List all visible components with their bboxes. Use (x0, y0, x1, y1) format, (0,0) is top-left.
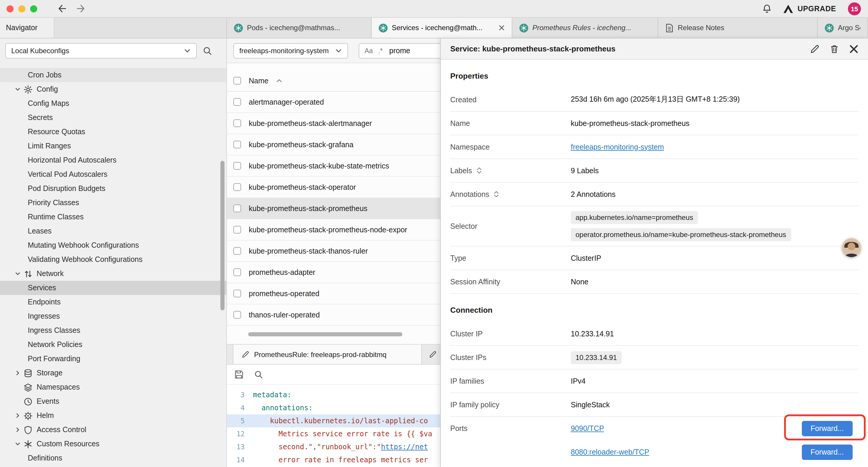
row-checkbox[interactable] (234, 183, 241, 191)
sidebar-item-leases[interactable]: Leases (0, 224, 226, 238)
sidebar-item-network[interactable]: Network (0, 267, 226, 281)
namespace-selector[interactable]: freeleaps-monitoring-system (234, 43, 348, 58)
sidebar-search-icon[interactable] (203, 46, 212, 56)
labels-count[interactable]: 9 Labels (571, 167, 599, 175)
name-column-header[interactable]: Name (249, 77, 269, 85)
select-all-checkbox[interactable] (234, 77, 241, 85)
sidebar-item-events[interactable]: Events (0, 394, 226, 408)
layers-icon (24, 383, 32, 391)
sidebar-item-port-forwarding[interactable]: Port Forwarding (0, 352, 226, 366)
expand-updown-icon[interactable] (493, 191, 500, 198)
sidebar-item-mutating-webhook-configurations[interactable]: Mutating Webhook Configurations (0, 238, 226, 253)
sidebar-item-access-control[interactable]: Access Control (0, 423, 226, 437)
tab-argo[interactable]: Argo Se (818, 18, 868, 38)
property-label: Name (450, 119, 571, 127)
row-checkbox[interactable] (234, 247, 241, 255)
row-checkbox[interactable] (234, 98, 241, 106)
row-checkbox[interactable] (234, 205, 241, 212)
property-row-type: Type ClusterIP (450, 246, 859, 270)
tab-pods[interactable]: Pods - icecheng@mathmas... (227, 18, 372, 38)
edit-pencil-icon[interactable] (810, 44, 819, 54)
service-name: kube-prometheus-stack-alertmanager (249, 119, 372, 127)
chevron-right-icon (15, 413, 21, 418)
row-checkbox[interactable] (234, 311, 241, 319)
dock-tab-label: PrometheusRule: freeleaps-prod-rabbitmq (254, 350, 386, 358)
horizontal-scrollbar-thumb[interactable] (248, 332, 402, 337)
sidebar-item-custom-resources[interactable]: Custom Resources (0, 437, 226, 451)
sidebar-item-network-policies[interactable]: Network Policies (0, 338, 226, 352)
close-tab-icon[interactable] (499, 25, 505, 31)
dock-tab-prometheusrule[interactable]: PrometheusRule: freeleaps-prod-rabbitmq (233, 345, 422, 364)
forward-button-8080[interactable]: Forward... (802, 444, 852, 460)
sidebar-item-services[interactable]: Services (0, 281, 226, 295)
sidebar-item-resource-quotas[interactable]: Resource Quotas (0, 125, 226, 139)
sidebar-item-ingress-classes[interactable]: Ingress Classes (0, 323, 226, 338)
sidebar-item-horizontal-pod-autoscalers[interactable]: Horizontal Pod Autoscalers (0, 153, 226, 167)
search-input[interactable] (388, 46, 442, 55)
sidebar-item-priority-classes[interactable]: Priority Classes (0, 196, 226, 210)
sort-ascending-icon[interactable] (276, 78, 283, 84)
close-drawer-icon[interactable] (849, 44, 859, 54)
forward-button-9090[interactable]: Forward... (802, 421, 852, 436)
sidebar-item-vertical-pod-autoscalers[interactable]: Vertical Pod Autoscalers (0, 167, 226, 181)
tab-release-notes[interactable]: Release Notes (658, 18, 818, 38)
upgrade-button[interactable]: UPGRADE (783, 4, 836, 13)
forward-icon[interactable] (75, 4, 86, 13)
notification-count-badge[interactable]: 15 (848, 2, 861, 15)
row-checkbox[interactable] (234, 268, 241, 276)
sidebar-item-runtime-classes[interactable]: Runtime Classes (0, 210, 226, 224)
chevron-down-icon (184, 47, 191, 54)
close-window-button[interactable] (6, 5, 13, 12)
maximize-window-button[interactable] (30, 5, 37, 12)
cluster-ip-value: 10.233.14.91 (571, 329, 614, 338)
row-checkbox[interactable] (234, 162, 241, 170)
row-checkbox[interactable] (234, 226, 241, 233)
regex-toggle[interactable]: .* (378, 47, 382, 54)
list-search-box[interactable]: Aa .* (359, 43, 447, 58)
sidebar-item-pod-disruption-budgets[interactable]: Pod Disruption Budgets (0, 181, 226, 196)
sidebar-item-helm[interactable]: Helm (0, 408, 226, 423)
sidebar-item-storage[interactable]: Storage (0, 366, 226, 380)
cluster-ips-chip: 10.233.14.91 (571, 351, 622, 364)
port-link-9090[interactable]: 9090/TCP (571, 425, 604, 433)
row-checkbox[interactable] (234, 141, 241, 148)
sidebar-item-limit-ranges[interactable]: Limit Ranges (0, 139, 226, 153)
sidebar-item-config[interactable]: Config (0, 82, 226, 96)
sidebar-item-label: Namespaces (37, 383, 80, 391)
sidebar-item-definitions[interactable]: Definitions (0, 451, 226, 465)
notifications-bell-icon[interactable] (762, 4, 771, 13)
expand-updown-icon[interactable] (476, 167, 483, 174)
back-icon[interactable] (57, 4, 67, 13)
chevron-down-icon (335, 47, 342, 54)
sidebar-scrollbar-thumb[interactable] (220, 161, 224, 310)
annotations-count[interactable]: 2 Annotations (571, 190, 616, 198)
code-url: https://net (381, 440, 428, 454)
property-label: Annotations (450, 190, 489, 198)
sidebar-item-cron-jobs[interactable]: Cron Jobs (0, 68, 226, 82)
kubernetes-icon (825, 23, 834, 32)
sidebar-item-namespaces[interactable]: Namespaces (0, 380, 226, 394)
navigator-tree: Cron Jobs Config Config Maps Secrets Res… (0, 63, 226, 465)
navigator-sidebar: Local Kubeconfigs Cron Jobs Config Confi… (0, 38, 227, 467)
row-checkbox[interactable] (234, 290, 241, 297)
editor-search-icon[interactable] (254, 370, 263, 379)
save-icon[interactable] (235, 370, 243, 379)
user-avatar[interactable] (842, 238, 861, 257)
minimize-window-button[interactable] (18, 5, 25, 12)
row-checkbox[interactable] (234, 119, 241, 127)
sidebar-item-label: Leases (28, 227, 52, 235)
navigator-tab[interactable]: Navigator (0, 18, 54, 38)
sidebar-item-validating-webhook-configurations[interactable]: Validating Webhook Configurations (0, 253, 226, 267)
port-link-8080[interactable]: 8080:reloader-web/TCP (571, 448, 649, 456)
sidebar-item-endpoints[interactable]: Endpoints (0, 295, 226, 309)
tab-services-active[interactable]: Services - icecheng@math... (372, 18, 512, 38)
delete-trash-icon[interactable] (830, 44, 839, 54)
pencil-icon (429, 351, 437, 358)
namespace-link[interactable]: freeleaps-monitoring-system (571, 143, 664, 151)
tab-prometheus-rules[interactable]: Prometheus Rules - icecheng... (512, 18, 658, 38)
sidebar-item-config-maps[interactable]: Config Maps (0, 96, 226, 111)
sidebar-item-secrets[interactable]: Secrets (0, 111, 226, 125)
sidebar-item-ingresses[interactable]: Ingresses (0, 309, 226, 323)
kubeconfig-selector[interactable]: Local Kubeconfigs (5, 43, 197, 59)
match-case-toggle[interactable]: Aa (365, 47, 373, 54)
